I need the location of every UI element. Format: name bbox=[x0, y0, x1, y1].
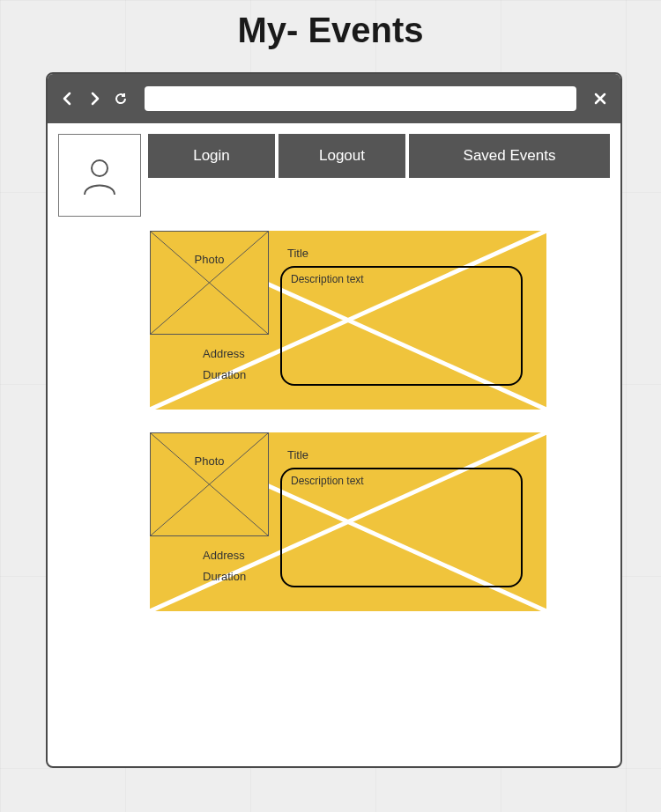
event-card[interactable]: Photo Address Duration Title Description… bbox=[150, 432, 546, 611]
event-photo-placeholder: Photo bbox=[150, 231, 269, 335]
browser-toolbar bbox=[48, 74, 620, 123]
event-card[interactable]: Photo Address Duration Title Description… bbox=[150, 231, 546, 410]
event-cards: Photo Address Duration Title Description… bbox=[150, 231, 546, 634]
event-description-box: Description text bbox=[280, 266, 523, 386]
page-title: My- Events bbox=[0, 0, 661, 59]
saved-events-button[interactable]: Saved Events bbox=[409, 134, 610, 178]
photo-label: Photo bbox=[151, 454, 268, 468]
event-description-label: Description text bbox=[291, 475, 364, 487]
browser-window: Login Logout Saved Events Photo Ad bbox=[46, 72, 622, 768]
event-title-label: Title bbox=[287, 247, 308, 260]
logout-button[interactable]: Logout bbox=[279, 134, 405, 178]
event-title-label: Title bbox=[287, 448, 308, 461]
close-icon[interactable] bbox=[592, 91, 608, 107]
forward-icon[interactable] bbox=[86, 91, 102, 107]
address-label: Address bbox=[203, 347, 245, 360]
avatar bbox=[58, 134, 141, 217]
nav-buttons: Login Logout Saved Events bbox=[148, 134, 610, 178]
event-photo-placeholder: Photo bbox=[150, 432, 269, 536]
event-description-box: Description text bbox=[280, 468, 523, 587]
svg-point-0 bbox=[92, 160, 108, 176]
address-label: Address bbox=[203, 549, 245, 562]
duration-label: Duration bbox=[203, 570, 246, 583]
person-icon bbox=[78, 153, 122, 197]
photo-label: Photo bbox=[151, 253, 268, 266]
url-input[interactable] bbox=[145, 86, 576, 111]
page-content: Login Logout Saved Events Photo Ad bbox=[48, 123, 620, 766]
reload-icon[interactable] bbox=[113, 91, 129, 107]
login-button[interactable]: Login bbox=[148, 134, 275, 178]
event-description-label: Description text bbox=[291, 273, 364, 285]
top-row: Login Logout Saved Events bbox=[58, 134, 610, 217]
duration-label: Duration bbox=[203, 368, 246, 381]
back-icon[interactable] bbox=[60, 91, 76, 107]
